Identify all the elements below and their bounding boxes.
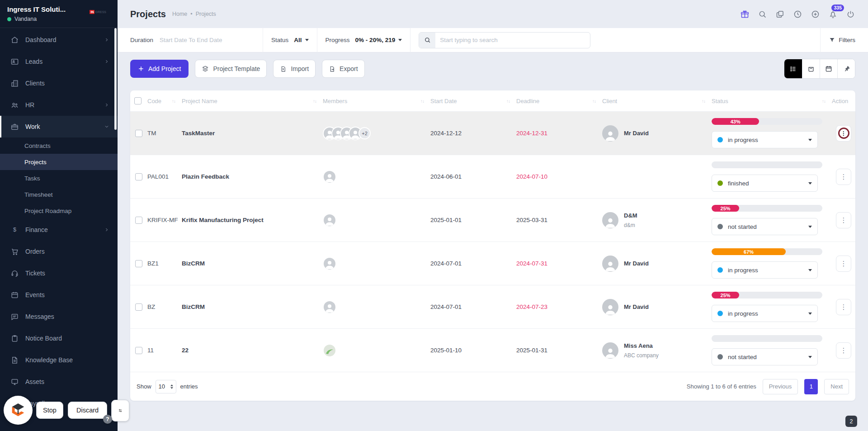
status-dropdown[interactable]: finished <box>712 175 818 192</box>
sidebar-item-hr[interactable]: HR <box>0 94 118 116</box>
sidebar-item-work[interactable]: Work <box>0 116 118 137</box>
clock-icon[interactable] <box>793 9 802 19</box>
project-name[interactable]: Krifix Manufacturing Project <box>182 217 323 223</box>
row-actions-button[interactable]: ⋮ <box>836 256 851 272</box>
table-row[interactable]: 11 22 2025-01-10 2025-01-31 Miss Aena AB… <box>130 328 855 372</box>
sidebar-item-dashboard[interactable]: Dashboard <box>0 29 118 51</box>
row-actions-button[interactable]: ⋮ <box>836 125 851 142</box>
member-avatar[interactable] <box>323 257 336 270</box>
client-name[interactable]: D&M <box>624 212 637 219</box>
next-page-button[interactable]: Next <box>824 379 849 394</box>
client-avatar[interactable] <box>602 342 618 359</box>
col-start-date[interactable]: Start Date↑↓ <box>430 90 516 111</box>
notes-icon[interactable] <box>775 9 785 19</box>
member-avatar[interactable] <box>323 170 336 184</box>
search-input[interactable] <box>435 37 590 43</box>
archive-view-button[interactable] <box>802 59 820 78</box>
sidebar-item-assets[interactable]: Assets <box>0 371 118 393</box>
power-icon[interactable] <box>845 9 855 19</box>
filters-button[interactable]: Filters <box>829 37 855 43</box>
client-name[interactable]: Mr David <box>624 130 649 137</box>
project-template-button[interactable]: Project Template <box>195 60 267 78</box>
sort-icon[interactable]: ↑↓ <box>822 99 830 104</box>
project-name[interactable]: TaskMaster <box>182 130 323 137</box>
client-avatar[interactable] <box>602 299 618 315</box>
import-button[interactable]: Import <box>273 60 316 78</box>
project-name[interactable]: Plazin Feedback <box>182 173 323 180</box>
add-project-button[interactable]: Add Project <box>130 60 189 78</box>
duration-input[interactable] <box>160 37 255 43</box>
status-filter-dropdown[interactable]: All <box>294 37 308 43</box>
status-dropdown[interactable]: in progress <box>712 305 818 322</box>
discard-button[interactable]: Discard <box>68 402 107 419</box>
sidebar-item-timesheet[interactable]: Timesheet <box>0 186 118 203</box>
sidebar-item-tickets[interactable]: Tickets <box>0 262 118 284</box>
client-name[interactable]: Mr David <box>624 260 649 267</box>
row-actions-button[interactable]: ⋮ <box>836 342 851 359</box>
list-view-button[interactable] <box>784 59 802 78</box>
table-row[interactable]: PAL001 Plazin Feedback 2024-06-01 2024-0… <box>130 155 855 198</box>
col-client[interactable]: Client↑↓ <box>602 90 712 111</box>
sidebar-header[interactable]: Ingress IT Soluti... Vandana IN GRESS <box>0 0 118 28</box>
status-dropdown[interactable]: in progress <box>712 131 818 148</box>
calendar-view-button[interactable] <box>820 59 837 78</box>
page-size-select[interactable]: 10 <box>156 380 176 393</box>
sidebar-item-projects[interactable]: Projects <box>0 154 118 170</box>
sidebar-scrollbar[interactable] <box>114 28 117 130</box>
sidebar-item-contracts[interactable]: Contracts <box>0 137 118 154</box>
sidebar-item-orders[interactable]: Orders <box>0 241 118 262</box>
export-button[interactable]: Export <box>322 60 364 78</box>
col-project-name[interactable]: Project Name↑↓ <box>182 90 323 111</box>
row-actions-button[interactable]: ⋮ <box>836 299 851 315</box>
help-button[interactable]: ? <box>103 415 112 424</box>
sidebar-item-events[interactable]: Events <box>0 284 118 306</box>
sidebar-item-leads[interactable]: Leads <box>0 51 118 72</box>
member-avatar[interactable] <box>323 213 336 227</box>
client-name[interactable]: Miss Aena <box>624 342 659 349</box>
members-extra-badge[interactable]: +2 <box>359 127 371 139</box>
swap-arrows-button[interactable] <box>111 400 129 422</box>
status-dropdown[interactable]: not started <box>712 218 818 235</box>
progress-filter-dropdown[interactable]: 0% - 20%, 219 <box>355 37 402 43</box>
bell-icon[interactable]: 335 <box>828 9 838 19</box>
row-checkbox[interactable] <box>135 217 142 224</box>
client-avatar[interactable] <box>602 125 618 142</box>
plus-circle-icon[interactable] <box>810 9 820 19</box>
recorder-logo-badge[interactable] <box>4 396 33 425</box>
row-checkbox[interactable] <box>135 347 142 354</box>
stop-button[interactable]: Stop <box>36 402 63 419</box>
sidebar-item-project-roadmap[interactable]: Project Roadmap <box>0 203 118 219</box>
gift-icon[interactable] <box>740 9 750 19</box>
table-row[interactable]: BZ1 BizCRM 2024-07-01 2024-07-31 Mr Davi… <box>130 242 855 285</box>
status-dropdown[interactable]: in progress <box>712 261 818 279</box>
col-status[interactable]: Status↑↓ <box>712 90 832 111</box>
table-row[interactable]: BZ BizCRM 2024-07-01 2024-07-23 Mr David… <box>130 285 855 328</box>
sidebar-item-finance[interactable]: $ Finance <box>0 219 118 241</box>
previous-page-button[interactable]: Previous <box>763 379 798 394</box>
project-name[interactable]: BizCRM <box>182 303 323 310</box>
sidebar-item-clients[interactable]: Clients <box>0 72 118 94</box>
project-name[interactable]: 22 <box>182 347 323 354</box>
client-avatar[interactable] <box>602 212 618 228</box>
sort-icon[interactable]: ↑↓ <box>506 99 514 104</box>
col-members[interactable]: Members↑↓ <box>323 90 430 111</box>
row-checkbox[interactable] <box>135 173 142 180</box>
row-checkbox[interactable] <box>135 130 142 137</box>
pin-view-button[interactable] <box>837 59 855 78</box>
row-checkbox[interactable] <box>135 303 142 311</box>
sort-icon[interactable]: ↑↓ <box>313 99 321 104</box>
table-row[interactable]: KRIFIX-MF Krifix Manufacturing Project 2… <box>130 198 855 242</box>
col-deadline[interactable]: Deadline↑↓ <box>516 90 602 111</box>
sidebar-item-messages[interactable]: Messages <box>0 306 118 327</box>
sort-icon[interactable]: ↑↓ <box>592 99 600 104</box>
current-page-button[interactable]: 1 <box>804 379 818 394</box>
col-code[interactable]: Code↑↓ <box>147 90 182 111</box>
sidebar-item-tasks[interactable]: Tasks <box>0 170 118 186</box>
sort-icon[interactable]: ↑↓ <box>702 99 710 104</box>
status-dropdown[interactable]: not started <box>712 348 818 365</box>
sort-icon[interactable]: ↑↓ <box>172 99 180 104</box>
search-icon[interactable] <box>757 9 767 19</box>
project-name[interactable]: BizCRM <box>182 260 323 267</box>
member-avatar[interactable] <box>323 300 336 314</box>
sidebar-item-notice-board[interactable]: Notice Board <box>0 327 118 349</box>
